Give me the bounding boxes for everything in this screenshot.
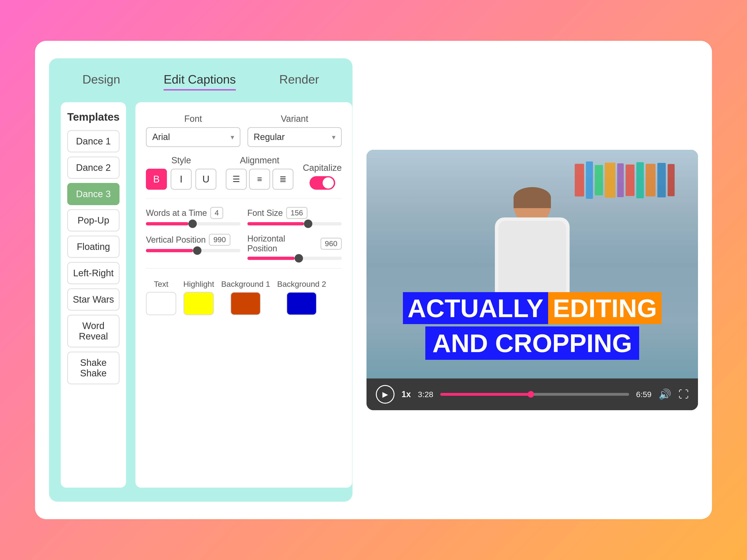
time-current: 3:28 [418,390,433,399]
divider1 [146,198,342,198]
words-at-time-value: 4 [210,207,224,219]
capitalize-group: Capitalize [303,163,342,190]
style-align-capitalize-row: Style B I U Alignment ☰ [146,155,342,190]
caption-line2-text: AND CROPPING [425,326,639,360]
tab-edit-captions[interactable]: Edit Captions [164,72,236,90]
template-dance3[interactable]: Dance 3 [67,183,120,205]
caption-line2: AND CROPPING [392,326,672,360]
words-slider-thumb [188,219,197,228]
font-label: Font [146,114,240,124]
playback-speed[interactable]: 1x [402,390,411,399]
tab-render[interactable]: Render [279,72,319,90]
play-icon: ▶ [382,390,388,399]
template-leftright[interactable]: Left-Right [67,262,120,284]
template-floating[interactable]: Floating [67,236,120,258]
hpos-slider-thumb [294,254,303,263]
progress-thumb [527,391,534,398]
volume-button[interactable]: 🔊 [659,388,671,400]
words-slider-fill [146,222,188,225]
vpos-slider-fill [146,249,193,252]
variant-value: Regular [254,132,285,142]
font-variant-row: Font Arial ▾ Variant Regular ▾ [146,114,342,147]
underline-button[interactable]: U [196,169,216,190]
tab-design[interactable]: Design [82,72,120,90]
background2-label: Background 2 [277,279,326,289]
fontsize-label-row: Font Size 156 [248,207,342,219]
horizontal-position-value: 960 [320,238,342,250]
left-panel: Design Edit Captions Render Templates Da… [49,58,353,502]
template-starwars[interactable]: Star Wars [67,288,120,311]
caption-line1: ACTUALLY EDITING [392,292,672,324]
align-center-button[interactable]: ≡ [249,169,270,190]
vpos-slider-thumb [193,246,202,255]
templates-title: Templates [67,111,120,123]
background1-color-group: Background 1 [221,279,270,315]
words-at-time-label: Words at a Time [146,208,207,218]
settings-panel: Font Arial ▾ Variant Regular ▾ [135,102,352,488]
background2-color-swatch[interactable] [286,292,317,315]
progress-fill [440,393,531,396]
background1-label: Background 1 [221,279,270,289]
time-end: 6:59 [636,390,651,399]
template-dance1[interactable]: Dance 1 [67,130,120,152]
style-label: Style [146,155,216,165]
video-controls: ▶ 1x 3:28 6:59 🔊 ⛶ [366,378,698,410]
font-dropdown[interactable]: Arial ▾ [146,127,240,147]
volume-icon: 🔊 [659,389,671,400]
vertical-position-value: 990 [209,234,230,246]
italic-button[interactable]: I [171,169,192,190]
vertical-position-group: Vertical Position 990 [146,234,240,252]
capitalize-toggle[interactable] [310,176,335,190]
vpos-label-row: Vertical Position 990 [146,234,240,246]
template-dance2[interactable]: Dance 2 [67,157,120,179]
templates-sidebar: Templates Dance 1 Dance 2 Dance 3 Pop-Up… [61,102,126,488]
horizontal-position-label: Horizontal Position [248,234,317,254]
fontsize-slider-thumb [304,219,312,228]
font-dropdown-arrow: ▾ [231,133,234,141]
alignment-group: Alignment ☰ ≡ ≣ [226,155,293,190]
align-left-button[interactable]: ☰ [226,169,247,190]
colors-row: Text Highlight Background 1 Background 2 [146,279,342,315]
template-popup[interactable]: Pop-Up [67,209,120,232]
vertical-position-label: Vertical Position [146,235,206,245]
capitalize-label: Capitalize [303,163,342,173]
text-color-swatch[interactable] [146,292,176,315]
hpos-slider-track[interactable] [248,257,342,260]
highlight-color-group: Highlight [183,279,214,315]
words-slider-track[interactable] [146,222,240,225]
right-panel: ACTUALLY EDITING AND CROPPING ▶ 1x 3:28 [366,58,698,502]
bold-button[interactable]: B [146,169,167,190]
style-group: Style B I U [146,155,216,190]
video-screen: ACTUALLY EDITING AND CROPPING [366,150,698,378]
template-shakeshake[interactable]: Shake Shake [67,352,120,384]
text-color-group: Text [146,279,176,315]
align-left-icon: ☰ [232,174,240,184]
highlight-color-swatch[interactable] [183,292,214,315]
font-size-label: Font Size [248,208,283,218]
horizontal-position-group: Horizontal Position 960 [248,234,342,260]
font-value: Arial [152,132,170,142]
font-group: Font Arial ▾ [146,114,240,147]
play-button[interactable]: ▶ [376,385,394,404]
progress-bar[interactable] [440,393,629,396]
template-wordreveal[interactable]: Word Reveal [67,315,120,347]
toggle-knob [323,177,334,189]
hpos-label-row: Horizontal Position 960 [248,234,342,254]
align-center-icon: ≡ [257,174,262,184]
fullscreen-button[interactable]: ⛶ [678,389,689,400]
video-container: ACTUALLY EDITING AND CROPPING ▶ 1x 3:28 [366,150,698,410]
caption-overlay: ACTUALLY EDITING AND CROPPING [392,292,672,360]
fontsize-slider-track[interactable] [248,222,342,225]
align-right-button[interactable]: ≣ [273,169,293,190]
alignment-label: Alignment [226,155,293,165]
variant-dropdown[interactable]: Regular ▾ [248,127,342,147]
vpos-slider-track[interactable] [146,249,240,252]
caption-word-editing: EDITING [548,292,662,324]
style-buttons: B I U [146,169,216,190]
align-right-icon: ≣ [279,174,286,184]
background1-color-swatch[interactable] [230,292,261,315]
font-size-value: 156 [286,207,307,219]
main-container: Design Edit Captions Render Templates Da… [35,41,712,519]
highlight-color-label: Highlight [183,279,214,289]
variant-group: Variant Regular ▾ [248,114,342,147]
